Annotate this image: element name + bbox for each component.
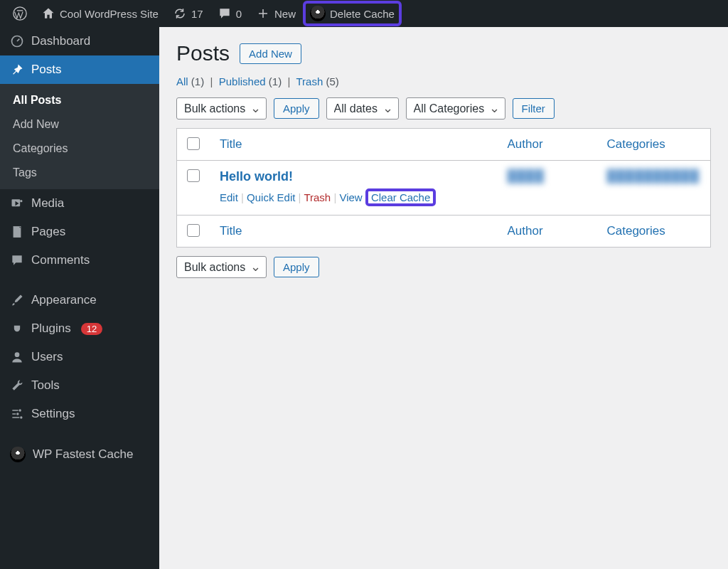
refresh-icon [173,6,187,21]
top-controls: Bulk actions Apply All dates All Categor… [176,97,711,119]
new-label: New [274,8,296,20]
col-categories-foot[interactable]: Categories [597,216,711,248]
wrench-icon [10,378,24,393]
sidebar-sub-categories[interactable]: Categories [0,137,159,161]
sidebar-item-comments[interactable]: Comments [0,246,159,275]
dates-select[interactable]: All dates [326,97,399,119]
sidebar-item-tools[interactable]: Tools [0,371,159,400]
apply-button-bottom[interactable]: Apply [274,257,319,277]
filter-published-count: (1) [269,75,282,87]
sidebar-item-media[interactable]: Media [0,189,159,218]
post-author: ████ [508,169,545,183]
sidebar-item-label: Users [31,350,63,364]
col-title-foot[interactable]: Title [210,216,498,248]
col-title[interactable]: Title [210,129,498,161]
sidebar-item-plugins[interactable]: Plugins 12 [0,314,159,343]
updates-link[interactable]: 17 [166,0,210,27]
categories-select[interactable]: All Categories [406,97,505,119]
media-icon [10,196,24,211]
sidebar-sub-tags[interactable]: Tags [0,161,159,185]
sidebar-item-posts[interactable]: Posts [0,55,159,84]
sidebar-sub-add-new[interactable]: Add New [0,112,159,137]
tiger-icon [310,6,326,21]
action-quick-edit[interactable]: Quick Edit [247,191,295,203]
plugins-badge: 12 [81,323,102,335]
comments-link[interactable]: 0 [210,0,249,27]
sidebar-item-label: Appearance [31,293,97,307]
wp-logo[interactable] [6,0,34,27]
add-new-button[interactable]: Add New [240,43,301,64]
main-content: Posts Add New All (1) | Published (1) | … [159,27,728,569]
pin-icon [10,63,24,77]
action-clear-cache[interactable]: Clear Cache [371,191,430,203]
sidebar-item-label: Settings [31,407,75,421]
updates-count: 17 [191,8,203,20]
sidebar-item-label: Dashboard [31,34,90,48]
page-icon [10,225,24,239]
col-categories[interactable]: Categories [597,129,711,161]
sidebar-item-label: Plugins [31,321,71,336]
new-link[interactable]: New [249,0,303,27]
post-title-link[interactable]: Hello world! [220,169,293,184]
delete-cache-link[interactable]: Delete Cache [303,1,402,26]
svg-point-6 [19,409,21,411]
gauge-icon [10,34,24,48]
sidebar-item-pages[interactable]: Pages [0,218,159,246]
svg-point-3 [20,200,22,202]
sidebar-item-dashboard[interactable]: Dashboard [0,27,159,55]
action-edit[interactable]: Edit [220,191,238,203]
subsubsub-filters: All (1) | Published (1) | Trash (5) [176,75,711,87]
sidebar-sub-all-posts[interactable]: All Posts [0,88,159,112]
plus-icon [256,6,270,21]
action-trash[interactable]: Trash [304,191,331,203]
select-all-top[interactable] [187,137,200,150]
posts-table: Title Author Categories Hello world! Edi… [176,128,711,248]
svg-point-7 [16,413,18,415]
sidebar-item-users[interactable]: Users [0,343,159,371]
bottom-controls: Bulk actions Apply [176,256,711,278]
filter-all[interactable]: All [176,75,188,87]
filter-all-count: (1) [191,75,204,87]
col-author[interactable]: Author [498,129,597,161]
brush-icon [10,293,24,307]
site-link[interactable]: Cool WordPress Site [34,0,166,27]
admin-top-bar: Cool WordPress Site 17 0 New Delete Cach… [0,0,728,27]
filter-trash-count: (5) [326,75,338,87]
sidebar-item-label: Pages [31,225,65,239]
home-icon [41,6,55,21]
page-title: Posts [176,41,230,65]
filter-trash[interactable]: Trash [296,75,323,87]
filter-published[interactable]: Published [219,75,266,87]
user-icon [10,350,24,364]
apply-button-top[interactable]: Apply [274,98,319,119]
row-actions: Edit | Quick Edit | Trash | View Clear C… [220,188,488,206]
post-categories: ██████████ [607,169,700,183]
sidebar-item-label: Media [31,196,64,211]
select-all-bottom[interactable] [187,224,200,237]
col-author-foot[interactable]: Author [498,216,597,248]
sidebar-item-label: Posts [31,63,62,77]
sidebar-item-label: WP Fastest Cache [33,447,133,462]
tiger-icon [10,447,26,462]
bulk-actions-select-bottom[interactable]: Bulk actions [176,256,267,278]
sidebar-item-label: Comments [31,253,90,267]
sidebar-item-wp-fastest-cache[interactable]: WP Fastest Cache [0,440,159,469]
comment-icon [218,6,232,21]
site-name: Cool WordPress Site [60,8,159,20]
admin-sidebar: Dashboard Posts All Posts Add New Catego… [0,27,159,569]
sidebar-item-appearance[interactable]: Appearance [0,286,159,314]
sidebar-item-settings[interactable]: Settings [0,400,159,428]
plug-icon [10,321,24,336]
sliders-icon [10,407,24,421]
delete-cache-label: Delete Cache [330,8,395,20]
row-checkbox[interactable] [187,169,200,182]
comments-count: 0 [236,8,242,20]
svg-point-5 [15,352,20,357]
filter-button[interactable]: Filter [513,98,555,119]
svg-point-8 [20,416,22,418]
action-view[interactable]: View [339,191,362,203]
bulk-actions-select[interactable]: Bulk actions [176,97,267,119]
wordpress-icon [13,6,27,21]
sidebar-item-label: Tools [31,378,60,393]
table-row: Hello world! Edit | Quick Edit | Trash |… [177,161,711,216]
